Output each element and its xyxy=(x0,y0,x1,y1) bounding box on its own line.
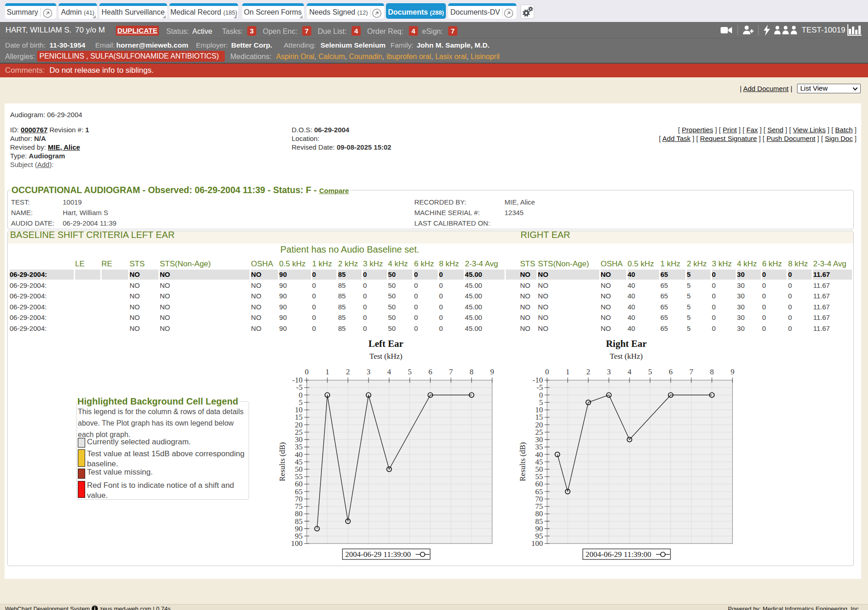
svg-text:Results (dB): Results (dB) xyxy=(518,442,527,481)
svg-text:8: 8 xyxy=(470,367,474,376)
svg-text:3: 3 xyxy=(367,367,371,376)
svg-text:6: 6 xyxy=(669,367,673,376)
svg-text:Results (dB): Results (dB) xyxy=(278,442,287,481)
svg-text:6: 6 xyxy=(429,367,433,376)
svg-text:2004-06-29 11:39:00: 2004-06-29 11:39:00 xyxy=(345,550,411,559)
svg-text:2: 2 xyxy=(346,367,350,376)
svg-text:3: 3 xyxy=(607,367,611,376)
svg-text:9: 9 xyxy=(731,367,735,376)
svg-text:4: 4 xyxy=(387,367,391,376)
svg-text:Left Ear: Left Ear xyxy=(369,338,403,349)
svg-text:5: 5 xyxy=(408,367,412,376)
svg-text:2004-06-29 11:39:00: 2004-06-29 11:39:00 xyxy=(586,550,651,559)
svg-text:9: 9 xyxy=(490,367,494,376)
svg-text:7: 7 xyxy=(449,367,453,376)
svg-text:4: 4 xyxy=(628,367,632,376)
svg-text:1: 1 xyxy=(566,367,570,376)
svg-text:2: 2 xyxy=(586,367,591,376)
svg-text:Right Ear: Right Ear xyxy=(606,338,646,349)
svg-text:5: 5 xyxy=(648,367,652,376)
svg-text:100: 100 xyxy=(291,539,303,548)
svg-text:Test (kHz): Test (kHz) xyxy=(369,352,402,361)
svg-text:0: 0 xyxy=(545,367,549,376)
svg-text:1: 1 xyxy=(326,367,330,376)
svg-text:0: 0 xyxy=(305,367,309,376)
svg-text:Test (kHz): Test (kHz) xyxy=(610,352,643,361)
svg-text:8: 8 xyxy=(710,367,714,376)
svg-text:100: 100 xyxy=(532,539,543,548)
svg-text:7: 7 xyxy=(689,367,694,376)
